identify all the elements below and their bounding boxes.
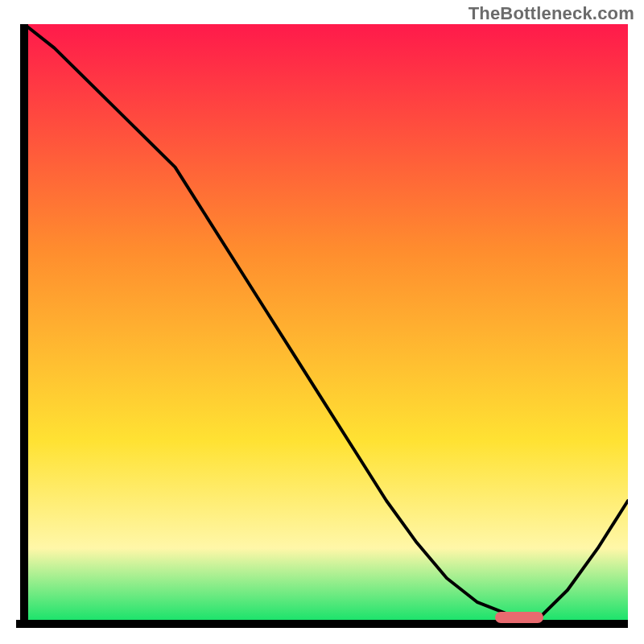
- watermark-text: TheBottleneck.com: [469, 3, 634, 24]
- optimum-marker: [495, 612, 543, 623]
- plot-area: [16, 24, 628, 636]
- bottleneck-chart-svg: [16, 24, 628, 636]
- gradient-background: [24, 24, 628, 620]
- chart-container: TheBottleneck.com: [0, 0, 644, 644]
